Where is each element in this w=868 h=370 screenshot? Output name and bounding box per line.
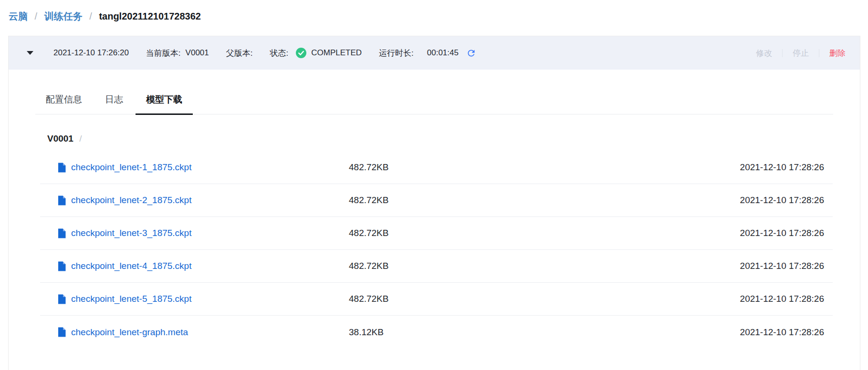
status-value: COMPLETED bbox=[311, 48, 362, 58]
path-version-link[interactable]: V0001 bbox=[47, 134, 73, 144]
status-label: 状态: bbox=[270, 48, 289, 59]
action-divider bbox=[782, 49, 783, 57]
parent-version-label: 父版本: bbox=[226, 48, 253, 59]
file-icon bbox=[58, 327, 66, 337]
breadcrumb-link-cloudbrain[interactable]: 云脑 bbox=[9, 11, 28, 21]
version-bar: 2021-12-10 17:26:20 当前版本: V0001 父版本: 状态:… bbox=[9, 36, 860, 70]
file-modified-time: 2021-12-10 17:28:26 bbox=[740, 162, 833, 173]
task-detail-card: 2021-12-10 17:26:20 当前版本: V0001 父版本: 状态:… bbox=[8, 36, 860, 370]
tab-logs[interactable]: 日志 bbox=[94, 93, 134, 114]
version-created-timestamp: 2021-12-10 17:26:20 bbox=[53, 48, 129, 58]
delete-button[interactable]: 删除 bbox=[829, 48, 846, 59]
file-size: 482.72KB bbox=[349, 162, 740, 173]
detail-tabs: 配置信息 日志 模型下载 bbox=[35, 70, 833, 114]
file-icon bbox=[58, 228, 66, 238]
file-download-link[interactable]: checkpoint_lenet-2_1875.ckpt bbox=[71, 195, 191, 206]
file-size: 482.72KB bbox=[349, 228, 740, 238]
file-modified-time: 2021-12-10 17:28:26 bbox=[740, 261, 833, 271]
file-size: 482.72KB bbox=[349, 261, 740, 271]
file-icon bbox=[58, 163, 66, 173]
breadcrumb-separator: / bbox=[85, 11, 96, 21]
table-row: checkpoint_lenet-3_1875.ckpt 482.72KB 20… bbox=[40, 217, 833, 250]
modify-button[interactable]: 修改 bbox=[756, 48, 772, 59]
file-download-link[interactable]: checkpoint_lenet-5_1875.ckpt bbox=[71, 294, 191, 304]
table-row: checkpoint_lenet-5_1875.ckpt 482.72KB 20… bbox=[40, 283, 833, 316]
table-row: checkpoint_lenet-2_1875.ckpt 482.72KB 20… bbox=[40, 184, 833, 217]
breadcrumb-separator: / bbox=[31, 11, 42, 21]
file-name-cell: checkpoint_lenet-graph.meta bbox=[40, 327, 349, 338]
model-file-list: checkpoint_lenet-1_1875.ckpt 482.72KB 20… bbox=[40, 151, 833, 349]
file-modified-time: 2021-12-10 17:28:26 bbox=[740, 327, 833, 338]
file-name-cell: checkpoint_lenet-3_1875.ckpt bbox=[40, 228, 349, 238]
table-row: checkpoint_lenet-graph.meta 38.12KB 2021… bbox=[40, 316, 833, 349]
file-name-cell: checkpoint_lenet-1_1875.ckpt bbox=[40, 162, 349, 173]
tab-model-download[interactable]: 模型下载 bbox=[136, 93, 193, 114]
table-row: checkpoint_lenet-4_1875.ckpt 482.72KB 20… bbox=[40, 250, 833, 283]
file-icon bbox=[58, 294, 66, 304]
current-version-label: 当前版本: bbox=[146, 48, 181, 59]
breadcrumb-current-task: tangl202112101728362 bbox=[99, 11, 201, 21]
file-name-cell: checkpoint_lenet-4_1875.ckpt bbox=[40, 261, 349, 271]
duration-value: 00:01:45 bbox=[427, 48, 459, 58]
file-icon bbox=[58, 261, 66, 271]
file-download-link[interactable]: checkpoint_lenet-3_1875.ckpt bbox=[71, 228, 191, 238]
breadcrumb-link-training-tasks[interactable]: 训练任务 bbox=[44, 11, 83, 21]
file-name-cell: checkpoint_lenet-5_1875.ckpt bbox=[40, 294, 349, 304]
file-size: 482.72KB bbox=[349, 294, 740, 304]
file-size: 38.12KB bbox=[349, 327, 740, 338]
file-icon bbox=[58, 195, 66, 206]
file-modified-time: 2021-12-10 17:28:26 bbox=[740, 228, 833, 238]
stop-button[interactable]: 停止 bbox=[793, 48, 809, 59]
file-modified-time: 2021-12-10 17:28:26 bbox=[740, 195, 833, 206]
tab-config-info[interactable]: 配置信息 bbox=[35, 93, 93, 114]
file-name-cell: checkpoint_lenet-2_1875.ckpt bbox=[40, 195, 349, 206]
status-badge: COMPLETED bbox=[293, 48, 362, 58]
refresh-icon bbox=[466, 48, 476, 58]
current-version-value: V0001 bbox=[186, 48, 209, 58]
collapse-caret-icon[interactable] bbox=[27, 51, 33, 55]
check-circle-icon bbox=[296, 48, 306, 58]
action-divider bbox=[819, 49, 819, 57]
file-size: 482.72KB bbox=[349, 195, 740, 206]
path-separator: / bbox=[76, 134, 82, 144]
duration-label: 运行时长: bbox=[379, 48, 414, 59]
refresh-duration-button[interactable] bbox=[466, 48, 476, 58]
file-modified-time: 2021-12-10 17:28:26 bbox=[740, 294, 833, 304]
file-download-link[interactable]: checkpoint_lenet-1_1875.ckpt bbox=[71, 162, 191, 173]
file-download-link[interactable]: checkpoint_lenet-4_1875.ckpt bbox=[71, 261, 191, 271]
breadcrumb: 云脑 / 训练任务 / tangl202112101728362 bbox=[0, 0, 868, 22]
file-download-link[interactable]: checkpoint_lenet-graph.meta bbox=[71, 327, 188, 338]
file-path: V0001 / bbox=[47, 134, 860, 144]
table-row: checkpoint_lenet-1_1875.ckpt 482.72KB 20… bbox=[40, 151, 833, 184]
